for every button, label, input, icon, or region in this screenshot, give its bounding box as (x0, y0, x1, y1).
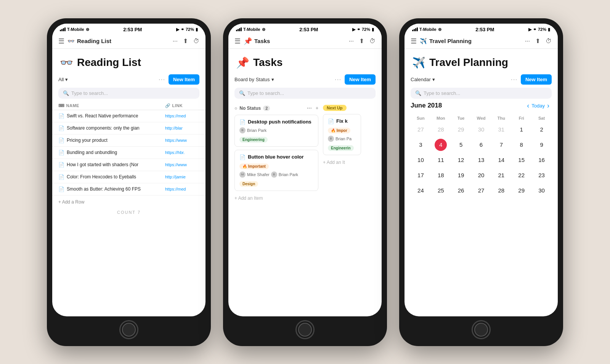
nav-bar-3: ☰ ✈️ Travel Planning ··· ⬆ ⏱ (405, 34, 558, 49)
home-button-1[interactable] (119, 320, 138, 339)
signal-icon (412, 27, 418, 31)
cal-day-5[interactable]: 5 (458, 138, 464, 152)
add-item-next-up[interactable]: + Add an It (323, 158, 361, 167)
cal-day-7[interactable]: 7 (498, 138, 504, 152)
share-icon[interactable]: ⬆ (359, 37, 364, 45)
task-card-fix-k[interactable]: 📄 Fix k 🔥 Impor B Brian Pa Engineerin (323, 114, 361, 155)
filter-dropdown-1[interactable]: All ▾ (58, 77, 68, 82)
table-row[interactable]: 📄Swift vs. React Native performance http… (52, 110, 205, 122)
cal-day-23[interactable]: 23 (537, 168, 546, 182)
doc-icon: 📄 (58, 138, 64, 143)
menu-icon[interactable]: ☰ (58, 37, 64, 45)
table-row[interactable]: 📄Color: From Hexcodes to Eyeballs http:/… (52, 171, 205, 183)
new-item-button-2[interactable]: New Item (345, 74, 376, 85)
cal-day-2[interactable]: 2 (538, 122, 544, 136)
cal-day-27[interactable]: 27 (477, 183, 486, 197)
toolbar-more-1[interactable]: ··· (159, 76, 165, 82)
today-button[interactable]: Today (531, 103, 545, 109)
cal-day-28-may[interactable]: 28 (436, 122, 446, 136)
cal-day-15[interactable]: 15 (517, 153, 526, 167)
cal-day-20[interactable]: 20 (477, 168, 486, 182)
nav-bar-1: ☰ 👓 Reading List ··· ⬆ ⏱ (52, 34, 205, 49)
new-item-button-1[interactable]: New Item (169, 74, 199, 85)
cal-day-17[interactable]: 17 (416, 168, 425, 182)
cal-day-3[interactable]: 3 (417, 138, 424, 152)
share-icon[interactable]: ⬆ (535, 37, 540, 45)
cal-day-25[interactable]: 25 (436, 183, 446, 197)
cal-day-31-may[interactable]: 31 (497, 122, 506, 136)
phone-tasks: T-Mobile ⊜ 2:53 PM ▶ ⚭ 72% ▮ ☰ 📌 Tasks ·… (223, 18, 387, 346)
add-item-no-status[interactable]: + Add an Item (234, 194, 318, 202)
nav-actions-3: ··· ⬆ ⏱ (525, 37, 552, 45)
toolbar-1: All ▾ ··· New Item (52, 73, 205, 88)
doc-icon: 📄 (58, 186, 64, 192)
avatar: B (328, 136, 334, 142)
home-button-3[interactable] (472, 320, 491, 339)
cal-day-13[interactable]: 13 (477, 153, 486, 167)
history-icon[interactable]: ⏱ (546, 38, 552, 45)
cal-day-29-may[interactable]: 29 (456, 122, 466, 136)
cal-day-29[interactable]: 29 (517, 183, 526, 197)
menu-icon[interactable]: ☰ (411, 37, 417, 45)
cal-day-27-may[interactable]: 27 (416, 122, 425, 136)
cal-day-8[interactable]: 8 (518, 138, 525, 152)
filter-dropdown-3[interactable]: Calendar ▾ (411, 77, 435, 82)
cal-day-28[interactable]: 28 (497, 183, 506, 197)
time-label: 2:53 PM (299, 27, 318, 32)
cal-day-1[interactable]: 1 (518, 122, 525, 136)
status-bar-2: T-Mobile ⊜ 2:53 PM ▶ ⚭ 72% ▮ (228, 24, 382, 34)
avatar-mike: M (239, 172, 246, 178)
cal-day-6[interactable]: 6 (478, 138, 484, 152)
col-add-icon[interactable]: ··· (307, 105, 312, 112)
table-row[interactable]: 📄Smooth as Butter: Achieving 60 FPS http… (52, 183, 205, 196)
search-bar-2[interactable]: 🔍 Type to search... (234, 88, 376, 99)
cal-day-14[interactable]: 14 (497, 153, 506, 167)
cal-day-11[interactable]: 11 (436, 153, 446, 167)
cal-day-4-today[interactable]: 4 (435, 139, 447, 151)
more-icon[interactable]: ··· (173, 38, 178, 45)
search-bar-3[interactable]: 🔍 Type to search... (411, 88, 552, 99)
next-month-button[interactable]: › (545, 102, 552, 110)
table-row[interactable]: 📄Pricing your product https://www (52, 135, 205, 147)
home-button-2[interactable] (295, 320, 315, 339)
menu-icon[interactable]: ☰ (234, 37, 241, 45)
cal-day-22[interactable]: 22 (517, 168, 526, 182)
cal-day-12[interactable]: 12 (456, 153, 466, 167)
cal-day-24[interactable]: 24 (416, 183, 425, 197)
col-plus-icon[interactable]: + (316, 106, 318, 111)
add-row-button[interactable]: + Add a Row (52, 196, 205, 208)
toolbar-more-2[interactable]: ··· (335, 76, 342, 82)
more-icon[interactable]: ··· (525, 38, 530, 45)
cal-day-26[interactable]: 26 (456, 183, 466, 197)
task-card-hover-color[interactable]: 📄 Button blue hover color 🔥 Important M … (234, 150, 318, 191)
search-bar-1[interactable]: 🔍 Type to search... (58, 88, 199, 99)
cal-day-10[interactable]: 10 (416, 153, 425, 167)
search-input-2[interactable]: Type to search... (247, 90, 371, 96)
nav-title-icon: 👓 (67, 38, 75, 45)
table-row[interactable]: 📄How I got started with shaders (Nor htt… (52, 159, 205, 171)
search-input-3[interactable]: Type to search... (424, 90, 547, 96)
history-icon[interactable]: ⏱ (369, 38, 376, 45)
filter-dropdown-2[interactable]: Board by Status ▾ (234, 77, 274, 82)
prev-month-button[interactable]: ‹ (525, 102, 531, 110)
cal-day-30[interactable]: 30 (537, 183, 546, 197)
tag-engineering-partial: Engineerin (328, 145, 354, 151)
search-input-1[interactable]: Type to search... (71, 90, 195, 96)
task-card-push-notifications[interactable]: 📄 Desktop push notifications B Brian Par… (234, 115, 318, 147)
history-icon[interactable]: ⏱ (193, 38, 199, 45)
share-icon[interactable]: ⬆ (183, 37, 188, 45)
cal-day-18[interactable]: 18 (436, 168, 446, 182)
cal-day-9[interactable]: 9 (538, 138, 544, 152)
cal-day-16[interactable]: 16 (537, 153, 546, 167)
cal-day-30-may[interactable]: 30 (477, 122, 486, 136)
more-icon[interactable]: ··· (349, 38, 354, 45)
task-assignee-partial: B Brian Pa (328, 136, 356, 142)
table-row[interactable]: 📄Bundling and unbundling https://hbr. (52, 147, 205, 159)
toolbar-more-3[interactable]: ··· (511, 76, 518, 82)
battery-label: 72% (538, 27, 546, 32)
cal-day-21[interactable]: 21 (497, 168, 506, 182)
page-icon-1: 👓 (60, 56, 73, 69)
table-row[interactable]: 📄Software components: only the gian http… (52, 122, 205, 135)
cal-day-19[interactable]: 19 (456, 168, 466, 182)
new-item-button-3[interactable]: New Item (521, 74, 552, 85)
